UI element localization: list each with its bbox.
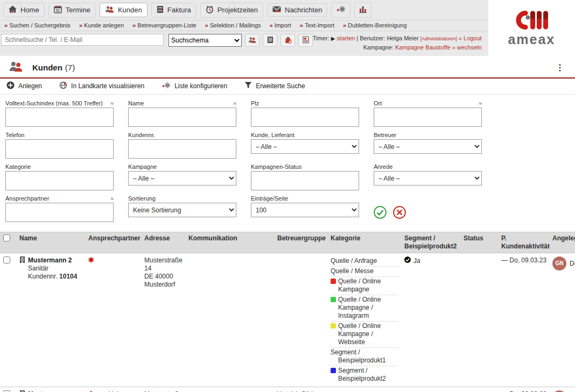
- advanced-search-button[interactable]: Erweiterte Suche: [244, 82, 305, 90]
- col-aktivitaet: P. Kundenaktivität: [498, 232, 549, 253]
- nav-kunden-label: Kunden: [118, 6, 142, 14]
- field-sortierung: Sortierung Keine Sortierung: [128, 195, 236, 222]
- segment-cell: [401, 387, 460, 392]
- reset-button[interactable]: [393, 206, 406, 219]
- field-kategorie: Kategorie: [5, 163, 114, 190]
- configure-list-button[interactable]: Liste konfigurieren: [162, 82, 227, 90]
- top-header: Home 31 Termine Kunden Faktura Projektze…: [0, 0, 575, 56]
- create-button[interactable]: Anlegen: [6, 81, 42, 91]
- gear-dot-icon: [336, 5, 346, 15]
- report-list-icon: [303, 36, 309, 45]
- company-name[interactable]: Mustermann 2: [28, 256, 77, 265]
- nav-admin-settings[interactable]: [331, 2, 350, 18]
- subnav-dubletten[interactable]: »Dubletten-Bereinigung: [343, 22, 407, 28]
- kundennr-input[interactable]: [128, 139, 236, 159]
- quick-sales-button[interactable]: [281, 34, 295, 47]
- session-info: Timer: ▶ starten | Benutzer: Helga Meier…: [313, 34, 485, 52]
- nav-projektzeiten[interactable]: Projektzeiten: [200, 3, 263, 18]
- timer-label: Timer:: [313, 35, 329, 41]
- category-color-swatch: [331, 279, 336, 284]
- nav-nachrichten-label: Nachrichten: [285, 6, 322, 14]
- user-label: Benutzer:: [360, 35, 385, 41]
- row-checkbox[interactable]: [3, 256, 10, 263]
- search-schema-select[interactable]: Suchschema: [169, 34, 242, 47]
- status-cell: [460, 387, 498, 392]
- quick-search-input[interactable]: [1, 34, 164, 46]
- logout-link[interactable]: » Logout: [459, 35, 482, 41]
- table-row[interactable]: Mustermann 2 Sanitär Kundennr. 10104 ✱ M…: [0, 253, 575, 387]
- kampagnen-status-input[interactable]: [251, 171, 359, 190]
- filter-form: Volltext-Suchindex (max. 500 Treffer)≈ N…: [0, 95, 575, 229]
- kampagne-select[interactable]: – Alle –: [128, 171, 236, 186]
- map-visualize-button[interactable]: In Landkarte visualisieren: [59, 81, 144, 91]
- title-row: Kunden (7) ⋮: [0, 56, 575, 77]
- volltext-input[interactable]: [5, 108, 114, 127]
- customers-icon: [248, 37, 256, 45]
- betreuer-select[interactable]: – Alle –: [374, 139, 482, 154]
- user-role: [Administratoren]: [420, 36, 457, 41]
- address-cell: Musterstraße 10 DE 46000 Musterstadt: [141, 387, 185, 392]
- sortierung-select[interactable]: Keine Sortierung: [128, 203, 236, 217]
- subnav-betreuergruppen[interactable]: »Betreuergruppen-Liste: [132, 22, 197, 28]
- angelegt-date: Do: [570, 260, 575, 268]
- search-submit-button[interactable]: [374, 206, 387, 219]
- aktivitaet-cell: — Do, 09.03.23: [498, 387, 549, 392]
- category-item: Segment / Beispielprodukt2: [331, 366, 398, 384]
- kampagne-switch-link[interactable]: » wechseln: [452, 44, 482, 51]
- field-volltext: Volltext-Suchindex (max. 500 Treffer)≈: [5, 100, 114, 127]
- quick-document-button[interactable]: [263, 34, 277, 47]
- kunde-lieferant-select[interactable]: – Alle –: [251, 139, 359, 154]
- table-row[interactable]: Mustermann Kundennr. 10103 ✱ Frau Helga …: [0, 387, 575, 392]
- name-input[interactable]: [128, 108, 236, 127]
- category-item: Quelle / Online Kampagne / Webseite: [331, 322, 398, 348]
- subnav-suchen[interactable]: »Suchen / Suchergebnis: [4, 22, 71, 28]
- field-eintraege: Einträge/Seite 100: [251, 195, 359, 222]
- nav-termine[interactable]: 31 Termine: [48, 3, 96, 18]
- kebab-menu-icon[interactable]: ⋮: [552, 62, 567, 73]
- calendar-icon: 31: [54, 5, 62, 15]
- plz-input[interactable]: [251, 108, 359, 127]
- kategorie-input[interactable]: [5, 171, 114, 190]
- field-ansprechpartner: Ansprechpartner≈: [5, 195, 114, 222]
- col-betreuergruppe: Betreuergruppe: [274, 232, 327, 253]
- company-subline: Sanitär: [28, 265, 77, 273]
- kampagne-label: Kampagne:: [363, 44, 394, 51]
- eintraege-select[interactable]: 100: [251, 203, 359, 217]
- user-avatar: GN: [552, 256, 566, 270]
- nav-kunden[interactable]: Kunden: [100, 3, 148, 17]
- bullet: »: [300, 22, 303, 28]
- anrede-select[interactable]: – Alle –: [374, 171, 482, 186]
- quick-report-button[interactable]: [298, 34, 313, 47]
- aktivitaet-cell: — Do, 09.03.23: [498, 253, 549, 387]
- col-name: Name: [16, 232, 85, 253]
- subnav-text-import[interactable]: »Text-Import: [300, 22, 334, 28]
- subnav-selektion[interactable]: »Selektion / Mailings: [205, 22, 261, 28]
- field-kunde-lieferant: Kunde, Lieferant – Alle –: [251, 132, 359, 159]
- filter-actions: [374, 195, 482, 222]
- select-all-checkbox[interactable]: [3, 234, 10, 241]
- nav-faktura[interactable]: Faktura: [151, 3, 197, 18]
- field-anrede: Anrede – Alle –: [374, 163, 482, 190]
- results-area: Name Ansprechpartner Adresse Kommunikati…: [0, 229, 575, 392]
- funnel-icon: [244, 82, 252, 90]
- subnav-import[interactable]: »Import: [270, 22, 291, 28]
- company-icon: [19, 256, 25, 281]
- timer-start-link[interactable]: starten: [337, 35, 355, 41]
- quick-customers-button[interactable]: [245, 34, 260, 47]
- ort-input[interactable]: [374, 108, 482, 127]
- nav-termine-label: Termine: [66, 6, 90, 14]
- col-adresse: Adresse: [141, 232, 185, 253]
- subnav-kunde-anlegen[interactable]: »Kunde anlegen: [79, 22, 124, 28]
- betreuergruppe-cell: [274, 253, 327, 387]
- ansprechpartner-input[interactable]: [5, 203, 114, 222]
- nav-home[interactable]: Home: [3, 3, 45, 17]
- nav-nachrichten[interactable]: Nachrichten: [267, 3, 327, 17]
- nav-statistics[interactable]: [354, 2, 371, 18]
- shopping-bag-icon: [284, 36, 292, 45]
- betreuergruppe-cell: Vertrieb Süd: [274, 387, 327, 392]
- gear-dot-icon: [162, 82, 171, 90]
- svg-text:31: 31: [56, 9, 60, 12]
- main-nav: Home 31 Termine Kunden Faktura Projektze…: [0, 0, 488, 20]
- telefon-input[interactable]: [5, 139, 114, 159]
- category-color-swatch: [331, 368, 336, 373]
